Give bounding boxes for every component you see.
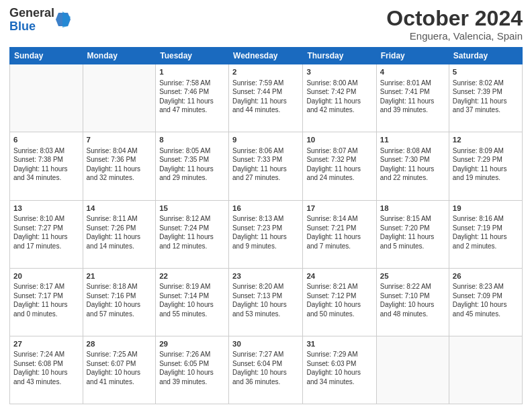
day-number: 31 — [306, 339, 372, 350]
day-number: 22 — [159, 271, 225, 282]
calendar-week-2: 6Sunrise: 8:03 AMSunset: 7:38 PMDaylight… — [10, 132, 523, 200]
day-number: 30 — [232, 339, 299, 350]
day-info: Sunrise: 8:03 AMSunset: 7:38 PMDaylight:… — [13, 146, 79, 183]
day-number: 8 — [159, 135, 225, 146]
calendar-cell: 9Sunrise: 8:06 AMSunset: 7:33 PMDaylight… — [229, 132, 303, 200]
title-location: Enguera, Valencia, Spain — [386, 30, 523, 42]
calendar-cell: 5Sunrise: 8:02 AMSunset: 7:39 PMDaylight… — [449, 64, 522, 132]
day-number: 9 — [232, 135, 299, 146]
day-info: Sunrise: 8:02 AMSunset: 7:39 PMDaylight:… — [453, 79, 519, 115]
day-number: 20 — [13, 271, 79, 282]
day-number: 25 — [380, 271, 445, 282]
day-number: 17 — [306, 203, 372, 214]
calendar-cell: 18Sunrise: 8:15 AMSunset: 7:20 PMDayligh… — [376, 200, 449, 268]
calendar-week-4: 20Sunrise: 8:17 AMSunset: 7:17 PMDayligh… — [10, 268, 523, 336]
day-info: Sunrise: 8:20 AMSunset: 7:13 PMDaylight:… — [232, 282, 299, 318]
day-info: Sunrise: 8:04 AMSunset: 7:36 PMDaylight:… — [87, 146, 152, 183]
day-number: 28 — [87, 339, 152, 350]
weekday-row: SundayMondayTuesdayWednesdayThursdayFrid… — [10, 48, 523, 64]
day-number: 19 — [453, 203, 519, 214]
day-number: 24 — [306, 271, 372, 282]
day-info: Sunrise: 8:19 AMSunset: 7:14 PMDaylight:… — [159, 282, 225, 318]
day-info: Sunrise: 8:06 AMSunset: 7:33 PMDaylight:… — [232, 146, 299, 183]
day-info: Sunrise: 7:24 AMSunset: 6:08 PMDaylight:… — [13, 350, 79, 386]
calendar-cell — [376, 336, 449, 404]
day-number: 26 — [453, 271, 519, 282]
calendar-cell: 21Sunrise: 8:18 AMSunset: 7:16 PMDayligh… — [83, 268, 156, 336]
calendar-cell: 11Sunrise: 8:08 AMSunset: 7:30 PMDayligh… — [376, 132, 449, 200]
calendar-cell: 14Sunrise: 8:11 AMSunset: 7:26 PMDayligh… — [83, 200, 156, 268]
day-number: 1 — [159, 67, 225, 78]
day-info: Sunrise: 7:25 AMSunset: 6:07 PMDaylight:… — [87, 350, 152, 386]
calendar-cell: 13Sunrise: 8:10 AMSunset: 7:27 PMDayligh… — [10, 200, 83, 268]
day-info: Sunrise: 8:12 AMSunset: 7:24 PMDaylight:… — [159, 214, 225, 250]
day-number: 3 — [306, 67, 372, 78]
logo-blue: Blue — [9, 20, 54, 34]
day-info: Sunrise: 8:17 AMSunset: 7:17 PMDaylight:… — [13, 282, 79, 318]
day-info: Sunrise: 8:14 AMSunset: 7:21 PMDaylight:… — [306, 214, 372, 250]
day-number: 16 — [232, 203, 299, 214]
day-info: Sunrise: 7:29 AMSunset: 6:03 PMDaylight:… — [306, 350, 372, 386]
weekday-header-tuesday: Tuesday — [156, 48, 229, 64]
calendar-cell: 19Sunrise: 8:16 AMSunset: 7:19 PMDayligh… — [449, 200, 522, 268]
weekday-header-monday: Monday — [83, 48, 156, 64]
calendar-cell: 23Sunrise: 8:20 AMSunset: 7:13 PMDayligh… — [229, 268, 303, 336]
day-number: 11 — [380, 135, 445, 146]
day-info: Sunrise: 8:22 AMSunset: 7:10 PMDaylight:… — [380, 282, 445, 318]
logo-general: General — [9, 7, 54, 20]
calendar-cell: 28Sunrise: 7:25 AMSunset: 6:07 PMDayligh… — [83, 336, 156, 404]
day-info: Sunrise: 8:05 AMSunset: 7:35 PMDaylight:… — [159, 146, 225, 183]
calendar-cell: 20Sunrise: 8:17 AMSunset: 7:17 PMDayligh… — [10, 268, 83, 336]
day-number: 21 — [87, 271, 152, 282]
calendar-cell — [83, 64, 156, 132]
day-number: 6 — [13, 135, 79, 146]
calendar-cell: 24Sunrise: 8:21 AMSunset: 7:12 PMDayligh… — [303, 268, 376, 336]
calendar-week-5: 27Sunrise: 7:24 AMSunset: 6:08 PMDayligh… — [10, 336, 523, 404]
day-info: Sunrise: 8:11 AMSunset: 7:26 PMDaylight:… — [87, 214, 152, 250]
weekday-header-friday: Friday — [376, 48, 449, 64]
day-info: Sunrise: 8:13 AMSunset: 7:23 PMDaylight:… — [232, 214, 299, 250]
calendar-cell: 6Sunrise: 8:03 AMSunset: 7:38 PMDaylight… — [10, 132, 83, 200]
day-info: Sunrise: 7:27 AMSunset: 6:04 PMDaylight:… — [232, 350, 299, 386]
day-number: 13 — [13, 203, 79, 214]
day-number: 7 — [87, 135, 152, 146]
weekday-header-sunday: Sunday — [10, 48, 83, 64]
weekday-header-wednesday: Wednesday — [229, 48, 303, 64]
calendar-cell — [10, 64, 83, 132]
day-info: Sunrise: 8:21 AMSunset: 7:12 PMDaylight:… — [306, 282, 372, 318]
day-info: Sunrise: 8:18 AMSunset: 7:16 PMDaylight:… — [87, 282, 152, 318]
logo-icon — [56, 10, 71, 32]
day-number: 29 — [159, 339, 225, 350]
day-info: Sunrise: 7:59 AMSunset: 7:44 PMDaylight:… — [232, 79, 299, 115]
calendar-cell: 4Sunrise: 8:01 AMSunset: 7:41 PMDaylight… — [376, 64, 449, 132]
calendar-cell: 12Sunrise: 8:09 AMSunset: 7:29 PMDayligh… — [449, 132, 522, 200]
calendar-cell: 3Sunrise: 8:00 AMSunset: 7:42 PMDaylight… — [303, 64, 376, 132]
calendar-week-3: 13Sunrise: 8:10 AMSunset: 7:27 PMDayligh… — [10, 200, 523, 268]
day-info: Sunrise: 8:15 AMSunset: 7:20 PMDaylight:… — [380, 214, 445, 250]
calendar-header: SundayMondayTuesdayWednesdayThursdayFrid… — [10, 48, 523, 64]
calendar-cell: 7Sunrise: 8:04 AMSunset: 7:36 PMDaylight… — [83, 132, 156, 200]
calendar-table: SundayMondayTuesdayWednesdayThursdayFrid… — [9, 47, 523, 404]
page: General Blue October 2024 Enguera, Valen… — [0, 0, 532, 411]
day-number: 23 — [232, 271, 299, 282]
title-block: October 2024 Enguera, Valencia, Spain — [386, 7, 523, 42]
day-number: 14 — [87, 203, 152, 214]
calendar-cell: 25Sunrise: 8:22 AMSunset: 7:10 PMDayligh… — [376, 268, 449, 336]
calendar-cell — [449, 336, 522, 404]
calendar-week-1: 1Sunrise: 7:58 AMSunset: 7:46 PMDaylight… — [10, 64, 523, 132]
day-number: 4 — [380, 67, 445, 78]
calendar-cell: 8Sunrise: 8:05 AMSunset: 7:35 PMDaylight… — [156, 132, 229, 200]
day-info: Sunrise: 8:10 AMSunset: 7:27 PMDaylight:… — [13, 214, 79, 250]
calendar-cell: 22Sunrise: 8:19 AMSunset: 7:14 PMDayligh… — [156, 268, 229, 336]
calendar-cell: 29Sunrise: 7:26 AMSunset: 6:05 PMDayligh… — [156, 336, 229, 404]
day-info: Sunrise: 8:08 AMSunset: 7:30 PMDaylight:… — [380, 146, 445, 183]
title-month: October 2024 — [386, 7, 523, 30]
day-info: Sunrise: 8:07 AMSunset: 7:32 PMDaylight:… — [306, 146, 372, 183]
logo: General Blue — [9, 7, 71, 34]
day-info: Sunrise: 8:00 AMSunset: 7:42 PMDaylight:… — [306, 79, 372, 115]
day-info: Sunrise: 8:23 AMSunset: 7:09 PMDaylight:… — [453, 282, 519, 318]
calendar-cell: 27Sunrise: 7:24 AMSunset: 6:08 PMDayligh… — [10, 336, 83, 404]
day-number: 5 — [453, 67, 519, 78]
day-number: 10 — [306, 135, 372, 146]
calendar-cell: 17Sunrise: 8:14 AMSunset: 7:21 PMDayligh… — [303, 200, 376, 268]
